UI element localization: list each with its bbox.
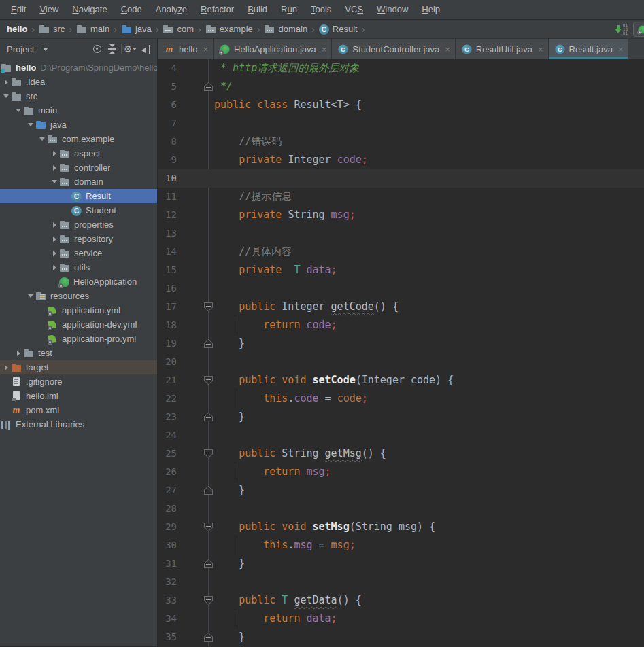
tree-expand-arrow[interactable] [37, 137, 47, 141]
breadcrumb-main[interactable]: main [75, 24, 111, 35]
code-line-8[interactable]: 8 //错误码 [158, 133, 644, 151]
code-line-24[interactable]: 24 [158, 426, 644, 444]
code-line-35[interactable]: 35 } [158, 628, 644, 646]
tree-expand-arrow[interactable] [1, 94, 11, 98]
tree-item-domain[interactable]: domain [0, 175, 157, 189]
project-view-dropdown[interactable] [39, 43, 52, 55]
tree-expand-arrow[interactable] [50, 180, 59, 183]
fold-marker-start[interactable] [204, 596, 213, 605]
tab-close-icon[interactable]: × [538, 44, 543, 54]
tree-expand-arrow[interactable] [14, 109, 23, 112]
code-line-34[interactable]: 34 return data; [158, 610, 644, 628]
tree-item-hello[interactable]: helloD:\Program\SpringDemo\hello [0, 60, 157, 75]
menu-vcs[interactable]: VCS [338, 0, 370, 19]
code-line-32[interactable]: 32 [158, 573, 644, 591]
tree-expand-arrow[interactable] [50, 251, 59, 256]
breadcrumb-result[interactable]: CResult [318, 24, 359, 35]
code-line-18[interactable]: 18 return code; [158, 316, 644, 334]
code-line-19[interactable]: 19 } [158, 334, 644, 353]
hide-panel-icon[interactable] [139, 43, 152, 55]
tree-item-src[interactable]: src [0, 89, 157, 103]
code-line-12[interactable]: 12 private String msg; [158, 206, 644, 224]
locate-file-icon[interactable] [91, 43, 103, 55]
tab-close-icon[interactable]: × [322, 44, 327, 54]
menu-refactor[interactable]: Refactor [194, 0, 241, 19]
tab-close-icon[interactable]: × [203, 44, 208, 54]
fold-marker-end[interactable] [204, 486, 213, 495]
menu-help[interactable]: Help [415, 0, 447, 19]
editor-tab-hello[interactable]: mhello× [158, 39, 214, 59]
tree-item-application.yml[interactable]: application.yml [0, 303, 157, 317]
code-line-22[interactable]: 22 this.code = code; [158, 389, 644, 408]
breadcrumb-com[interactable]: com [161, 24, 195, 35]
code-line-23[interactable]: 23 } [158, 408, 644, 426]
tree-item-application-pro.yml[interactable]: application-pro.yml [0, 332, 157, 346]
tree-item-com.example[interactable]: com.example [0, 132, 157, 146]
tree-expand-arrow[interactable] [50, 265, 59, 270]
tree-item-service[interactable]: service [0, 246, 157, 260]
editor-tab-resultutil.java[interactable]: CResultUtil.java× [456, 39, 549, 59]
tree-item-test[interactable]: test [0, 346, 157, 360]
tree-expand-arrow[interactable] [14, 351, 23, 356]
tree-item-repository[interactable]: repository [0, 232, 157, 246]
code-line-26[interactable]: 26 return msg; [158, 463, 644, 481]
tree-item-java[interactable]: java [0, 118, 157, 132]
tree-item-student[interactable]: CStudent [0, 203, 157, 217]
code-line-5[interactable]: 5 */ [158, 77, 644, 96]
code-line-30[interactable]: 30 this.msg = msg; [158, 536, 644, 555]
code-line-4[interactable]: 4 * http请求返回的最外层对象 [158, 59, 644, 77]
tree-expand-arrow[interactable] [50, 165, 59, 171]
breadcrumb-hello[interactable]: hello [5, 24, 29, 34]
tree-item-hello.iml[interactable]: hello.iml [0, 389, 157, 403]
tree-expand-arrow[interactable] [1, 365, 11, 370]
code-line-33[interactable]: 33 public T getData() { [158, 591, 644, 610]
breadcrumb-src[interactable]: src [37, 24, 66, 35]
breadcrumb-java[interactable]: java [120, 24, 153, 35]
run-configuration-button[interactable] [633, 22, 644, 37]
collapse-all-icon[interactable] [106, 43, 118, 55]
code-line-10[interactable]: 10 [158, 169, 644, 188]
tree-expand-arrow[interactable] [50, 151, 59, 156]
code-line-20[interactable]: 20 [158, 353, 644, 371]
fold-marker-end[interactable] [204, 413, 213, 421]
code-line-11[interactable]: 11 //提示信息 [158, 188, 644, 206]
menu-tools[interactable]: Tools [304, 0, 338, 19]
tree-item-main[interactable]: main [0, 103, 157, 118]
menu-analyze[interactable]: Analyze [149, 0, 194, 19]
tree-item-target[interactable]: target [0, 360, 157, 374]
tree-expand-arrow[interactable] [26, 294, 35, 298]
fold-marker-end[interactable] [204, 339, 213, 348]
tree-expand-arrow[interactable] [26, 123, 35, 126]
menu-code[interactable]: Code [114, 0, 149, 19]
code-editor[interactable]: 4 * http请求返回的最外层对象5 */6public class Resu… [158, 59, 644, 646]
code-line-17[interactable]: 17 public Integer getCode() { [158, 298, 644, 316]
tree-item-.idea[interactable]: .idea [0, 75, 157, 89]
tree-item-application-dev.yml[interactable]: application-dev.yml [0, 317, 157, 332]
code-line-25[interactable]: 25 public String getMsg() { [158, 444, 644, 463]
tree-item-pom.xml[interactable]: mpom.xml [0, 403, 157, 417]
editor-tab-helloapplication.java[interactable]: HelloApplication.java× [214, 39, 332, 59]
editor-tab-studentcontroller.java[interactable]: CStudentController.java× [332, 39, 456, 59]
menu-run[interactable]: Run [274, 0, 304, 19]
menu-navigate[interactable]: Navigate [65, 0, 114, 19]
code-line-9[interactable]: 9 private Integer code; [158, 151, 644, 169]
tree-expand-arrow[interactable] [1, 80, 11, 85]
code-line-14[interactable]: 14 //具体内容 [158, 243, 644, 261]
fold-marker-end[interactable] [204, 82, 213, 91]
menu-edit[interactable]: Edit [4, 0, 33, 19]
tab-close-icon[interactable]: × [445, 44, 450, 54]
tree-item-controller[interactable]: controller [0, 160, 157, 175]
code-line-21[interactable]: 21 public void setCode(Integer code) { [158, 371, 644, 389]
code-line-15[interactable]: 15 private T data; [158, 261, 644, 279]
tree-item-helloapplication[interactable]: HelloApplication [0, 275, 157, 289]
tree-item-.gitignore[interactable]: .gitignore [0, 374, 157, 389]
tab-close-icon[interactable]: × [618, 44, 624, 54]
breadcrumb-example[interactable]: example [204, 24, 254, 35]
tree-item-resources[interactable]: resources [0, 289, 157, 303]
tree-expand-arrow[interactable] [50, 237, 59, 242]
menu-view[interactable]: View [33, 0, 65, 19]
breadcrumb-domain[interactable]: domain [262, 24, 309, 35]
fold-marker-end[interactable] [204, 633, 213, 642]
fold-marker-end[interactable] [204, 559, 213, 568]
menu-build[interactable]: Build [241, 0, 274, 19]
